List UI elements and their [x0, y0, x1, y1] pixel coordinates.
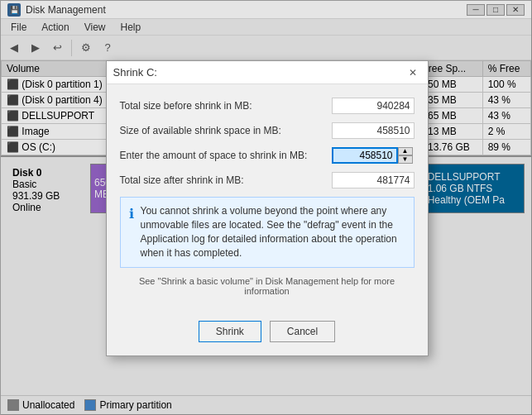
dialog-body: Total size before shrink in MB: 940284 S… [107, 84, 428, 320]
info-icon: ℹ [129, 205, 134, 260]
dialog-title-text: Shrink C: [113, 66, 157, 79]
dialog-title-bar: Shrink C: ✕ [107, 61, 428, 84]
field-total-after-label: Total size after shrink in MB: [120, 174, 332, 186]
info-text: You cannot shrink a volume beyond the po… [141, 204, 405, 260]
field-amount-wrap: ▲ ▼ [332, 147, 415, 164]
dialog-close-button[interactable]: ✕ [405, 65, 421, 80]
shrink-button[interactable]: Shrink [199, 321, 261, 342]
info-box: ℹ You cannot shrink a volume beyond the … [120, 197, 415, 267]
dialog-overlay: Shrink C: ✕ Total size before shrink in … [1, 1, 532, 415]
field-total-before-value: 940284 [332, 98, 415, 114]
shrink-amount-input[interactable] [332, 147, 398, 164]
cancel-button[interactable]: Cancel [270, 321, 335, 342]
field-total-before-label: Total size before shrink in MB: [120, 100, 332, 112]
spin-up-button[interactable]: ▲ [398, 147, 413, 155]
field-total-before: Total size before shrink in MB: 940284 [120, 98, 415, 114]
shrink-dialog: Shrink C: ✕ Total size before shrink in … [106, 60, 429, 355]
field-amount: Enter the amount of space to shrink in M… [120, 147, 415, 164]
spinner[interactable]: ▲ ▼ [398, 147, 413, 164]
field-amount-label: Enter the amount of space to shrink in M… [120, 150, 332, 161]
field-total-after-value: 481774 [332, 172, 415, 188]
dialog-footer: Shrink Cancel [107, 321, 428, 355]
spin-down-button[interactable]: ▼ [398, 155, 413, 164]
help-text: See "Shrink a basic volume" in Disk Mana… [120, 276, 415, 296]
field-available-label: Size of available shrink space in MB: [120, 125, 332, 136]
field-available-value: 458510 [332, 122, 415, 139]
field-total-after: Total size after shrink in MB: 481774 [120, 172, 415, 188]
field-available: Size of available shrink space in MB: 45… [120, 122, 415, 139]
